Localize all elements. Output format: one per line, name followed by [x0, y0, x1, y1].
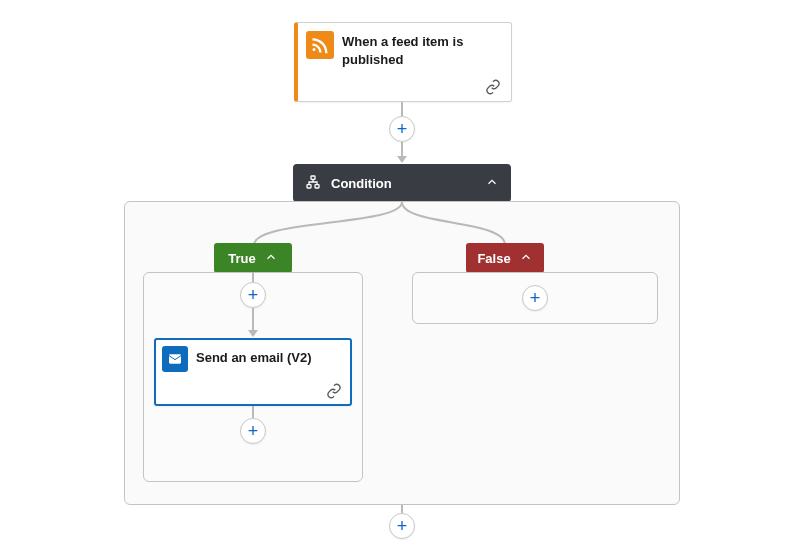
svg-rect-5 — [169, 354, 181, 363]
action-card-send-email[interactable]: Send an email (V2) — [154, 338, 352, 406]
rss-icon — [306, 31, 334, 59]
flow-canvas: When a feed item is published + Conditio… — [0, 0, 800, 550]
chevron-up-icon — [519, 250, 533, 267]
link-icon — [326, 383, 342, 399]
connector-line — [401, 142, 403, 156]
add-step-button-true-bottom[interactable]: + — [240, 418, 266, 444]
connector-line — [252, 406, 254, 418]
add-step-button-false[interactable]: + — [522, 285, 548, 311]
connector-line — [252, 308, 254, 330]
trigger-card[interactable]: When a feed item is published — [294, 22, 512, 102]
chevron-up-icon — [485, 175, 499, 192]
connector-line — [401, 505, 403, 513]
condition-icon — [305, 174, 321, 193]
connector-line — [401, 102, 403, 116]
arrow-down-icon — [248, 330, 258, 337]
add-step-button-true-top[interactable]: + — [240, 282, 266, 308]
branch-label-false[interactable]: False — [466, 243, 544, 273]
condition-header[interactable]: Condition — [293, 164, 511, 202]
chevron-up-icon — [264, 250, 278, 267]
svg-rect-0 — [311, 176, 315, 179]
svg-rect-1 — [307, 184, 311, 187]
svg-rect-2 — [315, 184, 319, 187]
connector-line — [252, 272, 254, 282]
branch-label-true[interactable]: True — [214, 243, 292, 273]
add-step-button-bottom[interactable]: + — [389, 513, 415, 539]
branch-false-text: False — [477, 251, 510, 266]
arrow-down-icon — [397, 156, 407, 163]
condition-title: Condition — [331, 176, 392, 191]
add-step-button[interactable]: + — [389, 116, 415, 142]
link-icon — [485, 79, 501, 95]
outlook-icon — [162, 346, 188, 372]
branch-true-text: True — [228, 251, 255, 266]
